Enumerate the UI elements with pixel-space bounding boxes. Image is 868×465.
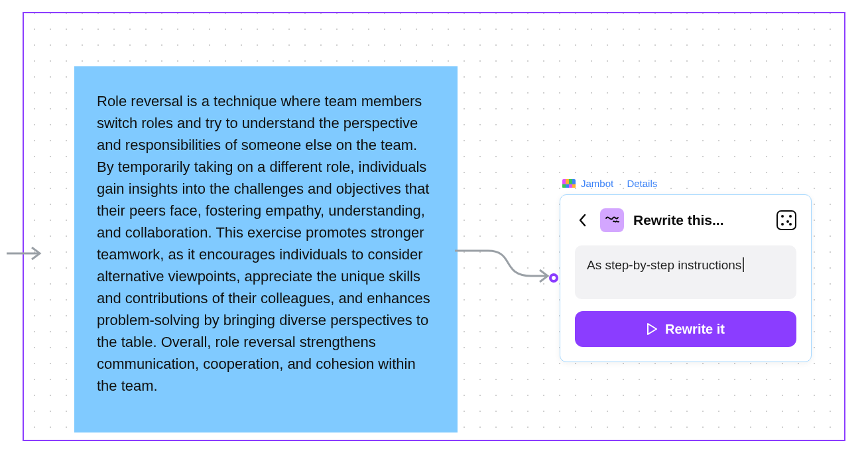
incoming-connector-arrow bbox=[7, 245, 46, 261]
rewrite-tool-icon bbox=[600, 208, 624, 232]
canvas-frame: Role reversal is a technique where team … bbox=[23, 12, 845, 441]
back-button[interactable] bbox=[575, 212, 591, 228]
svg-marker-1 bbox=[648, 324, 656, 334]
jambot-logo-icon bbox=[562, 179, 576, 188]
widget-title: Rewrite this... bbox=[633, 212, 767, 228]
widget-title-row: Rewrite this... bbox=[575, 208, 796, 232]
sticky-note[interactable]: Role reversal is a technique where team … bbox=[74, 66, 458, 432]
play-icon bbox=[647, 323, 657, 335]
jambot-widget: Jambot · Details Rewrite this... bbox=[560, 178, 812, 362]
widget-card: Rewrite this... As step-by-step instruct… bbox=[560, 194, 812, 362]
chevron-left-icon bbox=[579, 214, 587, 227]
plugin-name-link[interactable]: Jambot bbox=[581, 178, 613, 189]
prompt-input[interactable]: As step-by-step instructions bbox=[575, 245, 796, 299]
widget-input-port[interactable] bbox=[549, 273, 558, 283]
text-caret bbox=[743, 257, 744, 272]
rewrite-button[interactable]: Rewrite it bbox=[575, 311, 796, 347]
prompt-value: As step-by-step instructions bbox=[587, 258, 741, 272]
widget-header: Jambot · Details bbox=[560, 178, 812, 194]
randomize-button[interactable] bbox=[776, 210, 796, 230]
plugin-details-link[interactable]: Details bbox=[627, 178, 657, 189]
connector-curve bbox=[455, 243, 562, 283]
squiggle-icon bbox=[604, 212, 620, 228]
separator-dot: · bbox=[619, 178, 621, 189]
rewrite-button-label: Rewrite it bbox=[665, 322, 725, 337]
sticky-note-text: Role reversal is a technique where team … bbox=[97, 90, 435, 397]
